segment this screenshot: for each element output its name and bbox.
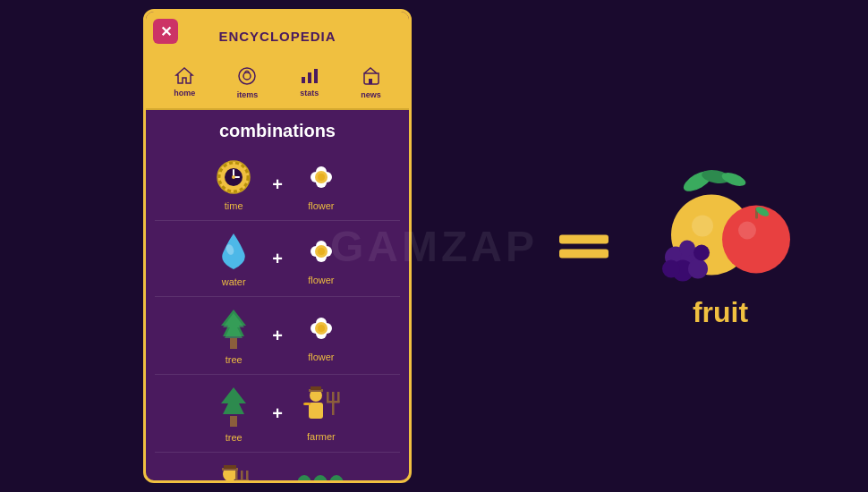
combo-item-time: time bbox=[202, 157, 265, 211]
svg-rect-52 bbox=[235, 471, 238, 480]
svg-rect-45 bbox=[309, 403, 323, 419]
combo-time-label: time bbox=[225, 200, 243, 211]
combo-flower-2-label: flower bbox=[308, 275, 334, 285]
items-icon bbox=[237, 66, 257, 90]
combo-item-flower-2: flower bbox=[290, 232, 353, 285]
combo-flower-1-label: flower bbox=[308, 200, 334, 211]
svg-point-77 bbox=[694, 245, 710, 261]
tab-stats-label: stats bbox=[300, 89, 319, 98]
stats-icon bbox=[300, 66, 319, 89]
combinations-list[interactable]: time + flower bbox=[146, 148, 409, 480]
tab-stats[interactable]: stats bbox=[293, 64, 327, 101]
equals-bar-top bbox=[559, 234, 608, 243]
combo-row-4: tree + bbox=[155, 375, 400, 453]
nav-tabs: home items stats news bbox=[146, 61, 409, 110]
svg-rect-27 bbox=[230, 338, 237, 349]
combo-tree-1-label: tree bbox=[226, 354, 243, 365]
result-label: fruit bbox=[693, 296, 748, 329]
svg-rect-36 bbox=[230, 416, 237, 427]
panel-title: ENCYCLOPEDIA bbox=[218, 29, 336, 44]
svg-point-76 bbox=[679, 241, 695, 257]
svg-rect-44 bbox=[311, 386, 321, 390]
svg-rect-41 bbox=[327, 401, 340, 403]
tab-items-label: items bbox=[237, 90, 259, 99]
plus-sign-2: + bbox=[272, 249, 283, 269]
combo-item-water: water bbox=[202, 230, 265, 287]
svg-point-75 bbox=[662, 260, 680, 278]
svg-rect-6 bbox=[369, 79, 372, 84]
combo-item-farmer-1: farmer bbox=[290, 385, 353, 442]
combo-item-flower-1: flower bbox=[290, 157, 353, 211]
equals-sign bbox=[559, 234, 608, 258]
combo-item-orchard: orchard bbox=[290, 464, 353, 480]
fruit-cluster-svg bbox=[644, 164, 796, 289]
svg-point-26 bbox=[318, 248, 325, 255]
svg-marker-37 bbox=[221, 387, 246, 414]
plus-sign-4: + bbox=[272, 403, 283, 424]
svg-point-13 bbox=[232, 175, 235, 179]
svg-rect-3 bbox=[302, 77, 305, 83]
combinations-title: combinations bbox=[146, 110, 409, 148]
svg-rect-54 bbox=[235, 479, 249, 480]
encyclopedia-panel: ✕ ENCYCLOPEDIA home items stats bbox=[143, 9, 412, 483]
tab-items[interactable]: items bbox=[230, 64, 266, 101]
svg-rect-46 bbox=[303, 403, 311, 405]
close-button[interactable]: ✕ bbox=[153, 19, 178, 44]
tab-home[interactable]: home bbox=[166, 64, 202, 101]
combo-row-2: water + flower bbox=[155, 221, 400, 297]
combo-tree-2-label: tree bbox=[226, 432, 243, 443]
svg-rect-49 bbox=[224, 465, 236, 469]
combo-row-3: tree + flower bbox=[155, 297, 400, 375]
svg-point-58 bbox=[313, 475, 328, 480]
svg-point-35 bbox=[318, 325, 325, 332]
svg-point-2 bbox=[243, 72, 251, 80]
equals-bar-bottom bbox=[559, 249, 608, 258]
panel-header: ✕ ENCYCLOPEDIA bbox=[146, 12, 409, 61]
svg-point-66 bbox=[692, 216, 713, 237]
svg-point-60 bbox=[329, 475, 344, 480]
combo-row-5: farmer + orchard bbox=[155, 453, 400, 480]
svg-marker-0 bbox=[176, 68, 192, 83]
home-icon bbox=[174, 66, 194, 89]
combo-flower-3-label: flower bbox=[308, 352, 334, 362]
combo-water-label: water bbox=[222, 276, 246, 287]
plus-sign-1: + bbox=[272, 174, 283, 195]
close-icon: ✕ bbox=[160, 23, 172, 40]
svg-point-56 bbox=[298, 475, 311, 480]
svg-point-74 bbox=[688, 259, 708, 279]
combo-item-tree-2: tree bbox=[202, 384, 265, 443]
result-area: fruit bbox=[559, 164, 796, 329]
svg-rect-4 bbox=[308, 72, 311, 83]
svg-rect-5 bbox=[314, 69, 318, 83]
combo-item-flower-3: flower bbox=[290, 309, 353, 362]
svg-rect-51 bbox=[241, 471, 243, 480]
plus-sign-3: + bbox=[272, 326, 283, 346]
svg-point-68 bbox=[738, 222, 756, 240]
result-display: fruit bbox=[644, 164, 796, 329]
svg-rect-38 bbox=[332, 392, 335, 415]
combo-farmer-1-label: farmer bbox=[307, 431, 336, 442]
tab-news-label: news bbox=[361, 90, 381, 99]
news-icon bbox=[361, 66, 380, 90]
tab-news[interactable]: news bbox=[353, 64, 388, 101]
svg-rect-53 bbox=[246, 471, 249, 480]
combo-row-1: time + flower bbox=[155, 148, 400, 221]
combo-item-farmer-2: farmer bbox=[202, 462, 265, 480]
svg-point-19 bbox=[318, 174, 325, 181]
combo-item-tree-1: tree bbox=[202, 306, 265, 365]
tab-home-label: home bbox=[174, 89, 195, 98]
